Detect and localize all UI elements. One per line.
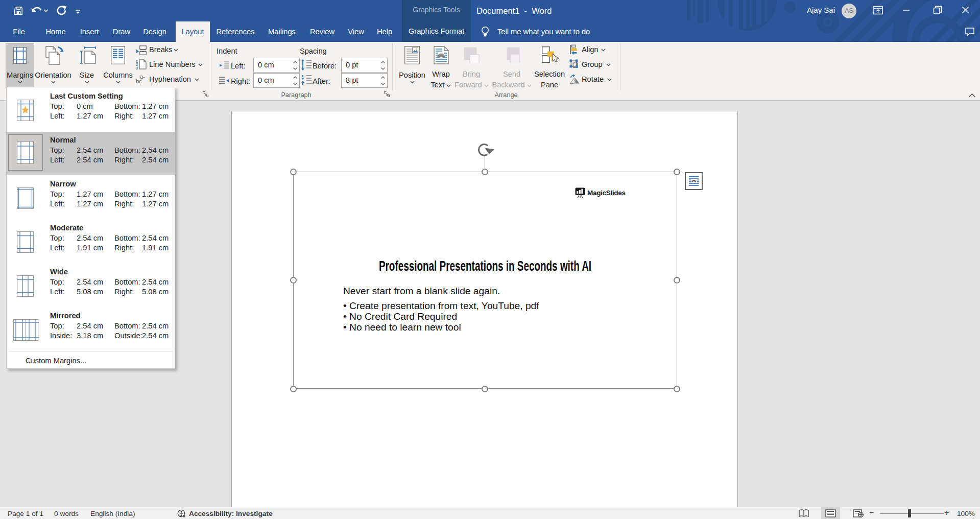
svg-text:bc: bc bbox=[136, 78, 142, 84]
svg-text:3: 3 bbox=[136, 66, 138, 70]
